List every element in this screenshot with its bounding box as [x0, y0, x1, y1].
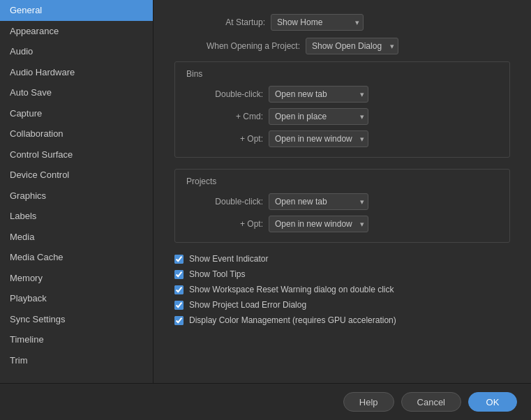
sidebar-item-memory[interactable]: Memory	[0, 268, 153, 289]
projects-opt-select-wrapper: Open in new windowOpen new tabOpen in pl…	[269, 216, 368, 232]
checkbox-show-project-load-error[interactable]	[174, 301, 184, 310]
checkboxes-container: Show Event IndicatorShow Tool TipsShow W…	[174, 254, 510, 325]
sidebar-item-sync-settings[interactable]: Sync Settings	[0, 309, 153, 330]
sidebar-item-control-surface[interactable]: Control Surface	[0, 144, 153, 165]
startup-select-wrapper: Show HomeShow Open DialogOpen Last Proje…	[271, 14, 364, 31]
checkbox-row-display-color-management: Display Color Management (requires GPU a…	[174, 315, 510, 325]
projects-double-click-label: Double-click:	[186, 197, 263, 207]
projects-section: Projects Double-click: Open new tabOpen …	[174, 169, 510, 243]
checkbox-label-display-color-management: Display Color Management (requires GPU a…	[189, 315, 396, 325]
bins-opt-row: + Opt: Open in new windowOpen new tabOpe…	[186, 130, 498, 147]
sidebar: GeneralAppearanceAudioAudio HardwareAuto…	[0, 0, 154, 383]
checkbox-label-show-project-load-error: Show Project Load Error Dialog	[189, 300, 306, 310]
bins-opt-select-wrapper: Open in new windowOpen new tabOpen in pl…	[269, 130, 368, 147]
bins-double-click-select[interactable]: Open new tabOpen in placeOpen in new win…	[269, 86, 368, 103]
bins-double-click-label: Double-click:	[186, 89, 263, 99]
checkbox-show-event-indicator[interactable]	[174, 255, 184, 264]
sidebar-item-labels[interactable]: Labels	[0, 206, 153, 227]
startup-label: At Startup:	[174, 17, 265, 27]
projects-opt-select[interactable]: Open in new windowOpen new tabOpen in pl…	[269, 216, 368, 232]
checkbox-row-show-project-load-error: Show Project Load Error Dialog	[174, 300, 510, 310]
cancel-button[interactable]: Cancel	[401, 392, 461, 412]
dialog-body: GeneralAppearanceAudioAudio HardwareAuto…	[0, 0, 531, 383]
opening-project-row: When Opening a Project: Show Open Dialog…	[174, 38, 510, 54]
bins-title: Bins	[186, 69, 498, 79]
sidebar-item-device-control[interactable]: Device Control	[0, 165, 153, 186]
bins-double-click-row: Double-click: Open new tabOpen in placeO…	[186, 86, 498, 103]
checkbox-show-tool-tips[interactable]	[174, 270, 184, 279]
sidebar-item-auto-save[interactable]: Auto Save	[0, 82, 153, 103]
bins-opt-select[interactable]: Open in new windowOpen new tabOpen in pl…	[269, 130, 368, 147]
checkbox-label-show-workspace-reset: Show Workspace Reset Warning dialog on d…	[189, 285, 394, 294]
checkbox-row-show-event-indicator: Show Event Indicator	[174, 254, 510, 264]
startup-row: At Startup: Show HomeShow Open DialogOpe…	[174, 14, 510, 31]
opening-project-label: When Opening a Project:	[174, 41, 300, 51]
bins-cmd-select[interactable]: Open in placeOpen new tabOpen in new win…	[269, 108, 368, 125]
checkbox-display-color-management[interactable]	[174, 316, 184, 325]
sidebar-item-audio-hardware[interactable]: Audio Hardware	[0, 62, 153, 83]
sidebar-item-appearance[interactable]: Appearance	[0, 21, 153, 42]
opening-project-select-wrapper: Show Open DialogShow HomeOpen in place	[306, 38, 398, 54]
checkbox-row-show-tool-tips: Show Tool Tips	[174, 269, 510, 279]
projects-double-click-select-wrapper: Open new tabOpen in placeOpen in new win…	[269, 193, 368, 210]
ok-button[interactable]: OK	[468, 392, 517, 412]
sidebar-item-audio[interactable]: Audio	[0, 41, 153, 62]
preferences-dialog: GeneralAppearanceAudioAudio HardwareAuto…	[0, 0, 531, 420]
bins-section: Bins Double-click: Open new tabOpen in p…	[174, 61, 510, 158]
projects-opt-row: + Opt: Open in new windowOpen new tabOpe…	[186, 216, 498, 232]
help-button[interactable]: Help	[343, 392, 394, 412]
projects-title: Projects	[186, 177, 498, 186]
sidebar-item-general[interactable]: General	[0, 0, 153, 21]
bins-cmd-row: + Cmd: Open in placeOpen new tabOpen in …	[186, 108, 498, 125]
main-content: At Startup: Show HomeShow Open DialogOpe…	[154, 0, 531, 383]
projects-double-click-select[interactable]: Open new tabOpen in placeOpen in new win…	[269, 193, 368, 210]
checkbox-show-workspace-reset[interactable]	[174, 285, 184, 294]
sidebar-item-media-cache[interactable]: Media Cache	[0, 247, 153, 268]
projects-double-click-row: Double-click: Open new tabOpen in placeO…	[186, 193, 498, 210]
checkbox-label-show-event-indicator: Show Event Indicator	[189, 254, 268, 264]
sidebar-item-trim[interactable]: Trim	[0, 350, 153, 371]
dialog-footer: Help Cancel OK	[0, 383, 531, 420]
bins-double-click-select-wrapper: Open new tabOpen in placeOpen in new win…	[269, 86, 368, 103]
checkbox-row-show-workspace-reset: Show Workspace Reset Warning dialog on d…	[174, 285, 510, 294]
sidebar-item-collaboration[interactable]: Collaboration	[0, 123, 153, 144]
sidebar-item-timeline[interactable]: Timeline	[0, 329, 153, 350]
bins-opt-label: + Opt:	[186, 134, 263, 144]
bins-cmd-label: + Cmd:	[186, 112, 263, 121]
sidebar-item-playback[interactable]: Playback	[0, 288, 153, 309]
sidebar-item-media[interactable]: Media	[0, 227, 153, 248]
opening-project-select[interactable]: Show Open DialogShow HomeOpen in place	[306, 38, 398, 54]
projects-opt-label: + Opt:	[186, 219, 263, 229]
bins-cmd-select-wrapper: Open in placeOpen new tabOpen in new win…	[269, 108, 368, 125]
sidebar-item-graphics[interactable]: Graphics	[0, 186, 153, 207]
sidebar-item-capture[interactable]: Capture	[0, 103, 153, 124]
startup-select[interactable]: Show HomeShow Open DialogOpen Last Proje…	[271, 14, 364, 31]
checkbox-label-show-tool-tips: Show Tool Tips	[189, 269, 246, 279]
